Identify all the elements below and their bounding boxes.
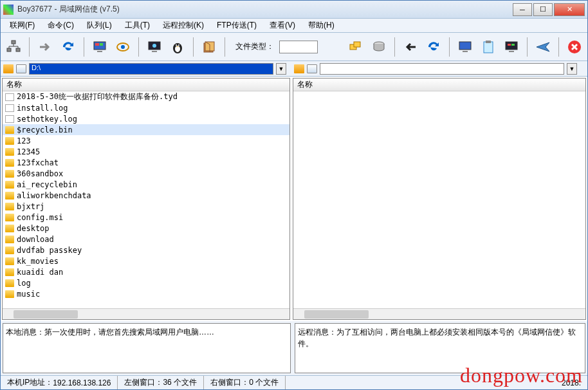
file-row[interactable]: 123 — [3, 135, 289, 146]
file-type-label: 文件类型： — [235, 41, 274, 52]
file-row[interactable]: config.msi — [3, 212, 289, 223]
file-name: dvdfab passkey — [17, 246, 82, 255]
file-row[interactable]: 2018-5-30统一收据打印软件数据库备份.tyd — [3, 91, 289, 102]
monitor-icon[interactable] — [456, 38, 474, 56]
file-name: 123fxchat — [17, 158, 59, 167]
file-row[interactable]: music — [3, 288, 289, 299]
menu-command[interactable]: 命令(C) — [42, 19, 79, 32]
package-icon[interactable] — [200, 38, 218, 56]
folder-icon — [5, 137, 14, 145]
refresh-icon[interactable] — [59, 38, 77, 56]
folder-up-icon[interactable] — [16, 64, 26, 73]
arrow-left-icon[interactable] — [401, 38, 419, 56]
close-button[interactable]: ✕ — [554, 3, 585, 16]
file-icon — [5, 115, 14, 123]
file-row[interactable]: desktop — [3, 223, 289, 234]
path-input-left[interactable]: D:\ — [29, 63, 273, 75]
maximize-button[interactable]: ☐ — [533, 3, 553, 16]
folder-icon — [5, 225, 14, 232]
file-name: desktop — [17, 224, 50, 233]
folder-open-right-icon[interactable] — [294, 64, 304, 73]
file-row[interactable]: download — [3, 234, 289, 245]
folder-icon — [5, 236, 14, 243]
file-list-left[interactable]: 2018-5-30统一收据打印软件数据库备份.tydinstall.logset… — [3, 91, 289, 308]
file-type-input[interactable] — [279, 41, 318, 53]
refresh-right-icon[interactable] — [425, 38, 443, 56]
arrow-right-icon[interactable] — [36, 38, 54, 56]
svg-rect-4 — [95, 43, 99, 46]
svg-point-8 — [121, 45, 125, 49]
file-row[interactable]: dvdfab passkey — [3, 245, 289, 255]
folder-icon — [5, 290, 14, 298]
monitor-color-icon[interactable] — [91, 38, 109, 56]
menubar: 联网(F) 命令(C) 队列(L) 工具(T) 远程控制(K) FTP传送(T)… — [1, 19, 587, 33]
file-row[interactable]: 12345 — [3, 146, 289, 157]
eye-icon[interactable] — [114, 38, 132, 56]
local-message: 本地消息：第一次使用时，请您首先搜索局域网用户电脑…… — [3, 323, 291, 373]
file-name: log — [17, 279, 31, 288]
menu-tools[interactable]: 工具(T) — [120, 19, 155, 32]
file-row[interactable]: log — [3, 277, 289, 288]
file-icon — [5, 93, 14, 101]
menu-ftp[interactable]: FTP传送(T) — [212, 19, 262, 32]
penguin-icon[interactable] — [169, 38, 187, 56]
right-column-header[interactable]: 名称 — [293, 79, 585, 91]
file-name: aliworkbenchdata — [17, 191, 91, 200]
file-name: $recycle.bin — [17, 125, 73, 135]
remote-message: 远程消息：为了互相访问，两台电脑上都必须安装相同版本号的《局域网信使》软件。 — [295, 323, 585, 373]
file-row[interactable]: aliworkbenchdata — [3, 190, 289, 201]
file-row[interactable]: 123fxchat — [3, 157, 289, 168]
file-row[interactable]: install.log — [3, 102, 289, 113]
file-row[interactable]: bjxtrj — [3, 201, 289, 212]
file-row[interactable]: ai_recyclebin — [3, 179, 289, 190]
menu-queue[interactable]: 队列(L) — [82, 19, 117, 32]
path-input-right[interactable] — [320, 63, 564, 75]
menu-help[interactable]: 帮助(H) — [303, 19, 340, 32]
minimize-button[interactable]: ─ — [513, 3, 532, 16]
folder-icon — [5, 268, 14, 276]
menu-remote[interactable]: 远程控制(K) — [158, 19, 209, 32]
path-dropdown-left[interactable]: ▼ — [276, 63, 286, 75]
menu-network[interactable]: 联网(F) — [5, 19, 40, 32]
menu-view[interactable]: 查看(V) — [264, 19, 300, 32]
left-hscroll[interactable] — [3, 308, 289, 319]
svg-point-14 — [176, 44, 177, 46]
svg-rect-27 — [511, 44, 515, 46]
file-row[interactable]: kuaidi dan — [3, 266, 289, 277]
clipboard-icon[interactable] — [479, 38, 497, 56]
folder-icon — [5, 214, 14, 221]
left-column-header[interactable]: 名称 — [3, 79, 289, 91]
stop-close-icon[interactable] — [565, 38, 583, 56]
network-tree-icon[interactable] — [5, 38, 23, 56]
monitor-dark-icon[interactable] — [145, 38, 163, 56]
folder-icon — [5, 159, 14, 167]
svg-rect-2 — [16, 48, 20, 51]
disk-icon[interactable] — [370, 38, 388, 56]
file-icon — [5, 104, 14, 112]
svg-rect-28 — [509, 51, 514, 52]
airplane-icon[interactable] — [534, 38, 552, 56]
file-row[interactable]: kk_movies — [3, 255, 289, 266]
svg-rect-24 — [486, 41, 491, 43]
monitor-small-icon[interactable] — [502, 38, 520, 56]
folder-up-right-icon[interactable] — [307, 64, 317, 73]
toolbar-left: 文件类型： — [1, 33, 322, 60]
folder-icon — [5, 279, 14, 287]
file-row[interactable]: $recycle.bin — [3, 124, 289, 135]
svg-point-10 — [152, 44, 156, 48]
file-row[interactable]: 360sandbox — [3, 168, 289, 179]
svg-rect-21 — [459, 42, 471, 50]
file-name: 123 — [17, 136, 31, 145]
app-icon — [3, 5, 14, 15]
file-name: download — [17, 235, 54, 244]
right-hscroll[interactable] — [293, 308, 585, 319]
folder-icon — [5, 126, 14, 134]
folder-icon — [5, 148, 14, 156]
folders-icon[interactable] — [347, 38, 365, 56]
file-list-right[interactable] — [293, 91, 585, 308]
path-dropdown-right[interactable]: ▼ — [567, 63, 577, 75]
toolbar-right — [343, 33, 587, 60]
folder-open-icon[interactable] — [3, 64, 14, 73]
file-row[interactable]: sethotkey.log — [3, 113, 289, 124]
titlebar: Boy37677 - 局域网信使 (v7.5) ─ ☐ ✕ — [1, 1, 587, 19]
